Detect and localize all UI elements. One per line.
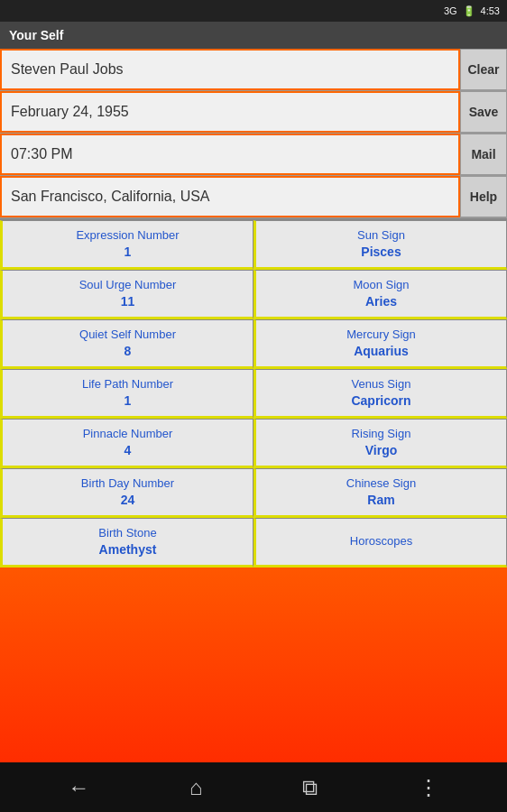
- grid-cell[interactable]: Mercury SignAquarius: [254, 319, 507, 369]
- network-indicator: 3G: [444, 5, 457, 16]
- home-icon[interactable]: ⌂: [189, 775, 203, 800]
- grid-cell[interactable]: Birth Day Number24: [0, 468, 254, 518]
- grid-cell[interactable]: Soul Urge Number11: [0, 270, 254, 319]
- grid-cell-label: Quiet Self Number: [79, 328, 176, 343]
- grid-cell-label: Horoscopes: [350, 534, 412, 549]
- grid-cell[interactable]: Rising SignVirgo: [254, 419, 507, 468]
- grid-cell-label: Birth Stone: [98, 526, 156, 541]
- birthtime-input-row: Mail: [0, 134, 507, 176]
- grid-cell-value: Aries: [365, 293, 397, 309]
- grid-cell-label: Chinese Sign: [346, 476, 416, 492]
- grid-cell[interactable]: Chinese SignRam: [254, 468, 507, 518]
- grid-cell-value: Pisces: [361, 244, 401, 260]
- background-filler: [0, 567, 507, 762]
- clear-button[interactable]: Clear: [460, 49, 507, 90]
- grid-cell-label: Expression Number: [76, 228, 179, 244]
- back-icon[interactable]: ←: [68, 775, 89, 800]
- title-bar: Your Self: [0, 22, 507, 49]
- grid-cell-value: Virgo: [365, 442, 398, 458]
- main-content: Clear Save Mail Help Expression Number1S…: [0, 49, 507, 762]
- status-bar: 3G 🔋 4:53: [0, 0, 507, 22]
- birthplace-input-row: Help: [0, 176, 507, 218]
- menu-icon[interactable]: ⋮: [418, 775, 439, 800]
- results-grid: Expression Number1Sun SignPiscesSoul Urg…: [0, 218, 507, 567]
- time-display: 4:53: [481, 5, 500, 16]
- grid-cell-value: 4: [124, 442, 132, 458]
- grid-cell-label: Sun Sign: [357, 228, 405, 244]
- grid-cell[interactable]: Birth StoneAmethyst: [0, 518, 254, 567]
- grid-cell-value: 1: [124, 392, 132, 409]
- recents-icon[interactable]: ⧉: [302, 775, 318, 800]
- grid-cell-label: Pinnacle Number: [83, 427, 173, 442]
- grid-cell-value: Ram: [367, 492, 394, 508]
- grid-cell-label: Venus Sign: [352, 377, 411, 392]
- battery-icon: 🔋: [463, 5, 475, 17]
- grid-cell-label: Moon Sign: [353, 278, 409, 293]
- grid-cell-label: Birth Day Number: [81, 476, 174, 492]
- grid-cell[interactable]: Venus SignCapricorn: [254, 369, 507, 419]
- grid-cell-label: Soul Urge Number: [79, 278, 177, 293]
- nav-bar: ← ⌂ ⧉ ⋮: [0, 762, 507, 812]
- birthdate-input[interactable]: [0, 91, 460, 133]
- grid-cell-label: Rising Sign: [352, 427, 411, 442]
- mail-button[interactable]: Mail: [460, 134, 507, 175]
- grid-cell-value: Aquarius: [354, 343, 409, 359]
- app-title: Your Self: [9, 28, 63, 42]
- grid-cell-label: Mercury Sign: [346, 328, 416, 343]
- save-button[interactable]: Save: [460, 91, 507, 133]
- grid-cell[interactable]: Life Path Number1: [0, 369, 254, 419]
- grid-cell[interactable]: Moon SignAries: [254, 270, 507, 319]
- name-input-row: Clear: [0, 49, 507, 91]
- name-input[interactable]: [0, 49, 460, 90]
- grid-cell-value: Capricorn: [351, 392, 410, 409]
- birthplace-input[interactable]: [0, 176, 460, 217]
- grid-cell-value: 1: [124, 244, 132, 260]
- grid-cell-value: 11: [121, 293, 135, 309]
- help-button[interactable]: Help: [460, 176, 507, 217]
- birthtime-input[interactable]: [0, 134, 460, 175]
- grid-cell[interactable]: Quiet Self Number8: [0, 319, 254, 369]
- grid-cell-value: Amethyst: [99, 541, 157, 558]
- grid-cell[interactable]: Pinnacle Number4: [0, 419, 254, 468]
- grid-cell[interactable]: Sun SignPisces: [254, 220, 507, 270]
- grid-cell[interactable]: Horoscopes: [254, 518, 507, 567]
- birthdate-input-row: Save: [0, 91, 507, 134]
- grid-cell-value: 8: [124, 343, 132, 359]
- grid-cell-value: 24: [121, 492, 135, 508]
- grid-cell[interactable]: Expression Number1: [0, 220, 254, 270]
- grid-cell-label: Life Path Number: [82, 377, 173, 392]
